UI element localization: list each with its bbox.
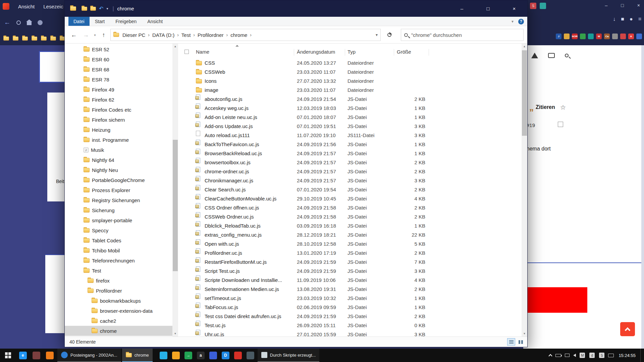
list-scrollbar[interactable]: ▲ ▼ [522, 44, 527, 337]
file-row[interactable]: Acceskey weg.uc.js 12.03.2019 18:03 JS-D… [180, 104, 522, 113]
column-header-name[interactable]: Name [196, 49, 209, 55]
bookmark-favicon[interactable] [564, 34, 570, 39]
file-row[interactable]: aboutconfig.uc.js 24.09.2019 21:54 JS-Da… [180, 95, 522, 104]
account-icon[interactable] [38, 20, 43, 25]
tree-item[interactable]: Registry Sicherungen [65, 195, 178, 205]
reload-icon[interactable] [16, 20, 21, 25]
search-input[interactable] [411, 32, 520, 38]
scroll-to-top-button[interactable] [620, 322, 635, 336]
file-row[interactable]: BrowserBackReload.uc.js 24.09.2019 21:57… [180, 149, 522, 158]
star-icon[interactable]: ☆ [560, 104, 566, 111]
column-divider[interactable] [429, 49, 429, 56]
tree-item[interactable]: smplayer-portable [65, 215, 178, 225]
pinned-app-button[interactable]: a [195, 349, 207, 362]
maximize-button[interactable]: □ [475, 0, 501, 17]
qat-folder-icon[interactable] [90, 7, 96, 11]
report-icon[interactable] [531, 53, 538, 58]
tree-item[interactable]: firefox [65, 276, 178, 286]
file-row[interactable]: Clear Search.uc.js 07.01.2020 19:54 JS-D… [180, 185, 522, 194]
breadcrumb-segment[interactable]: chrome [229, 32, 249, 38]
qat-folder-icon[interactable] [82, 7, 87, 11]
file-row[interactable]: Seiteninformationen Medien.uc.js 13.08.2… [180, 285, 522, 294]
tree-item[interactable]: Telefonrechnungen [65, 255, 178, 265]
address-bar[interactable]: Dieser PC › DATA (D:) › Test › Profilord… [110, 29, 381, 41]
sync-icon[interactable]: ● [630, 16, 633, 22]
tree-item[interactable]: ESR 78 [65, 74, 178, 84]
pinned-app-button[interactable]: D [219, 349, 232, 362]
bookmark-folder-icon[interactable] [32, 37, 37, 41]
breadcrumb-chevron-icon[interactable]: › [249, 32, 253, 38]
quote-button[interactable]: „ Zitieren [529, 104, 555, 110]
minimize-button[interactable]: – [449, 0, 475, 17]
task-button-mail[interactable]: Posteingang - 2002An... [57, 349, 121, 362]
breadcrumb-segment[interactable]: Profilordner [196, 32, 225, 38]
scroll-down-icon[interactable]: ▼ [522, 331, 527, 337]
file-row[interactable]: CSS Ordner öffnen.uc.js 24.09.2019 21:58… [180, 203, 522, 212]
tree-item[interactable]: PortableGoogleChrome [65, 175, 178, 185]
tab-freigeben[interactable]: Freigeben [110, 17, 142, 26]
tree-item[interactable]: Tchibo Mobil [65, 245, 178, 255]
tray-app-icon[interactable]: d [589, 353, 595, 358]
pinned-app-button[interactable]: e [16, 349, 30, 362]
breadcrumb-chevron-icon[interactable]: › [147, 32, 151, 38]
downloads-icon[interactable]: ↓ [613, 16, 615, 22]
breadcrumb-chevron-icon[interactable]: › [225, 32, 229, 38]
file-row[interactable]: Open with.uc.js 28.10.2019 12:58 JS-Date… [180, 239, 522, 248]
tree-item[interactable]: Sicherung [65, 205, 178, 215]
breadcrumb-segment[interactable]: Dieser PC [121, 32, 147, 38]
bookmark-favicon[interactable]: A [628, 34, 634, 39]
file-row[interactable]: Script Test.uc.js 24.09.2019 21:59 JS-Da… [180, 266, 522, 276]
bookmark-favicon[interactable] [612, 34, 618, 39]
nav-back-button[interactable]: ← [68, 26, 79, 44]
file-row[interactable]: CSSWeb 23.03.2020 11:07 Dateiordner [180, 67, 522, 76]
multiquote-checkbox[interactable] [558, 122, 563, 127]
help-icon[interactable]: ? [518, 19, 524, 24]
tree-item[interactable]: Nightly 64 [65, 155, 178, 165]
network-icon[interactable] [565, 354, 570, 357]
file-row[interactable]: extras_config_menu.uc.js 28.12.2019 18:2… [180, 230, 522, 239]
nav-up-button[interactable]: ↑ [98, 26, 109, 44]
qat-chevron-down-icon[interactable]: ▾ [106, 7, 108, 10]
tree-item[interactable]: Speccy [65, 225, 178, 235]
refresh-button[interactable] [384, 29, 395, 41]
file-row[interactable]: Uhr.uc.js 27.01.2020 15:59 JS-Datei 3 KB [180, 330, 522, 337]
bookmark-folder-icon[interactable] [41, 37, 47, 41]
bookmark-favicon[interactable]: NOR [572, 34, 578, 39]
library-icon[interactable]: ■ [621, 16, 624, 22]
scroll-down-icon[interactable]: ▼ [172, 331, 178, 337]
bookmark-folder-icon[interactable] [3, 37, 9, 41]
extension-icon[interactable]: S [530, 3, 536, 9]
tree-item[interactable]: Firefox 49 [65, 84, 178, 95]
select-all-checkbox[interactable] [184, 50, 189, 54]
menu-icon[interactable]: ≡ [638, 16, 641, 22]
bookmark-folder-icon[interactable] [22, 37, 28, 41]
post-number[interactable]: #19 [527, 122, 535, 128]
tree-item[interactable]: cache2 [65, 316, 178, 326]
browser-close-button[interactable]: × [637, 3, 640, 8]
task-button-chrome[interactable]: chrome [122, 349, 153, 362]
bookmark-favicon[interactable]: M [596, 34, 602, 39]
tray-app-icon[interactable]: S [599, 353, 604, 358]
address-dropdown-icon[interactable]: ▾ [376, 33, 378, 37]
tree-item[interactable]: Prozess Explorer [65, 185, 178, 195]
comment-icon[interactable] [548, 53, 555, 58]
tree-scrollbar-thumb[interactable] [173, 140, 178, 271]
tree-item[interactable]: Tablet Codes [65, 235, 178, 245]
tree-item[interactable]: bookmarkbackups [65, 296, 178, 306]
file-row[interactable]: CSSWeb Ordner.uc.js 24.09.2019 21:58 JS-… [180, 212, 522, 221]
tree-item[interactable]: Firefox sichern [65, 115, 178, 125]
breadcrumb-chevron-icon[interactable]: › [192, 32, 196, 38]
file-row[interactable]: TabFocus.uc.js 02.06.2019 09:59 JS-Datei… [180, 303, 522, 312]
tree-item[interactable]: ♪ Musik [65, 145, 178, 155]
file-row[interactable]: Profilordner.uc.js 13.01.2020 17:19 JS-D… [180, 248, 522, 257]
breadcrumb-segment[interactable]: DATA (D:) [151, 32, 176, 38]
tab-start[interactable]: Start [90, 17, 110, 26]
tree-item[interactable]: Test [65, 265, 178, 276]
pinned-app-button[interactable] [43, 349, 56, 362]
tree-item[interactable]: ESR 68 [65, 64, 178, 74]
volume-icon[interactable] [573, 354, 576, 357]
home-icon[interactable] [27, 22, 32, 25]
pinned-app-button[interactable] [30, 349, 43, 362]
tree-scrollbar[interactable]: ▲ ▼ [172, 44, 178, 337]
file-row[interactable]: chrome-ordner.uc.js 24.09.2019 21:57 JS-… [180, 167, 522, 176]
